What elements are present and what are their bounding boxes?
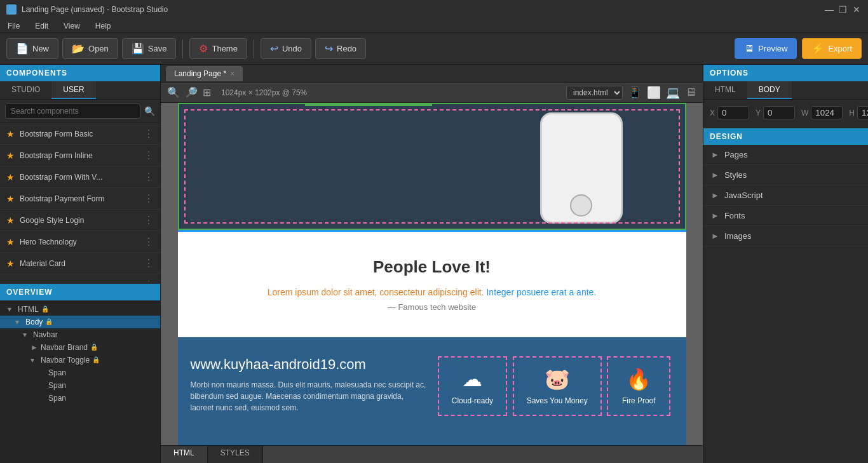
design-item-styles[interactable]: ► Styles: [703, 165, 868, 185]
component-item-bootstrap-payment-form[interactable]: ★ Bootstrap Payment Form ⋮: [0, 188, 160, 210]
phone-home-button: [570, 194, 592, 217]
overview-header: OVERVIEW: [0, 284, 160, 300]
component-label: Hero Technology: [20, 238, 139, 246]
preview-button[interactable]: 🖥 Preview: [735, 38, 797, 59]
tree-navbar-brand-label: Navbar Brand: [41, 343, 88, 352]
more-icon[interactable]: ⋮: [144, 236, 154, 248]
save-label: Save: [148, 44, 167, 53]
h-input[interactable]: [857, 106, 868, 119]
feature-fire-proof: 🔥 Fire Proof: [607, 356, 670, 416]
chevron-right-icon: ►: [711, 191, 719, 200]
export-label: Export: [828, 44, 852, 53]
redo-icon: ↪: [325, 43, 333, 55]
search-input[interactable]: [5, 104, 140, 119]
tree-span-3[interactable]: Span: [0, 392, 160, 405]
options-tab-html[interactable]: HTML: [703, 81, 747, 99]
fire-icon: 🔥: [621, 367, 656, 391]
save-button[interactable]: 💾 Save: [122, 38, 177, 59]
center-panel: Landing Page * × 🔍 🔎 ⊞ 1024px × 1202px @…: [161, 65, 703, 463]
design-pages-label: Pages: [724, 150, 748, 159]
undo-label: Undo: [282, 44, 302, 53]
component-item-bootstrap-form-inline[interactable]: ★ Bootstrap Form Inline ⋮: [0, 145, 160, 166]
w-input[interactable]: [811, 106, 843, 119]
close-tab-icon[interactable]: ×: [230, 69, 234, 78]
theme-icon: ⚙: [199, 43, 208, 55]
menu-file[interactable]: File: [5, 20, 22, 32]
component-item-google-style-login[interactable]: ★ Google Style Login ⋮: [0, 210, 160, 231]
y-input[interactable]: [763, 106, 795, 119]
page-tab-landing[interactable]: Landing Page * ×: [166, 66, 243, 81]
coord-x: X: [710, 106, 749, 119]
cloud-label: Cloud-ready: [452, 396, 493, 405]
design-item-pages[interactable]: ► Pages: [703, 145, 868, 165]
more-icon[interactable]: ⋮: [144, 171, 154, 183]
more-icon[interactable]: ⋮: [144, 214, 154, 226]
export-icon: ⚡: [811, 43, 824, 55]
device-laptop-icon[interactable]: 💻: [666, 86, 680, 100]
new-button[interactable]: 📄 New: [6, 38, 58, 59]
bottom-tab-styles[interactable]: STYLES: [208, 446, 263, 463]
x-input[interactable]: [717, 106, 749, 119]
tab-studio[interactable]: STUDIO: [0, 81, 51, 99]
options-tab-body[interactable]: BODY: [747, 81, 792, 99]
more-icon[interactable]: ⋮: [144, 279, 154, 281]
export-button[interactable]: ⚡ Export: [802, 38, 862, 59]
maximize-button[interactable]: ❐: [839, 5, 848, 14]
tree-navbar-toggle-label: Navbar Toggle: [41, 356, 90, 365]
more-icon[interactable]: ⋮: [144, 149, 154, 161]
design-item-images[interactable]: ► Images: [703, 226, 868, 246]
options-header: OPTIONS: [703, 65, 868, 81]
component-label: Google Style Login: [20, 216, 139, 225]
tree-html-label: HTML: [18, 305, 39, 314]
tree-body[interactable]: ▾ Body 🔒: [0, 316, 160, 328]
undo-button[interactable]: ↩ Undo: [261, 38, 311, 59]
tree-span-2[interactable]: Span: [0, 379, 160, 392]
redo-button[interactable]: ↪ Redo: [315, 38, 366, 59]
theme-button[interactable]: ⚙ Theme: [189, 38, 247, 59]
tree-navbar-brand[interactable]: ► Navbar Brand 🔒: [0, 341, 160, 354]
zoom-out-icon[interactable]: 🔎: [185, 86, 198, 98]
cloud-icon: ☁: [452, 367, 493, 391]
device-desktop-icon[interactable]: 🖥: [685, 86, 696, 99]
component-item-mockup-iphone-6[interactable]: ★ Mockup iPhone 6 ⋮: [0, 274, 160, 281]
canvas-toolbar: 🔍 🔎 ⊞ 1024px × 1202px @ 75% index.html 📱…: [161, 83, 703, 103]
device-tablet-icon[interactable]: ⬜: [647, 86, 661, 100]
redo-label: Redo: [337, 44, 356, 53]
device-mobile-icon[interactable]: 📱: [628, 86, 642, 100]
more-icon[interactable]: ⋮: [144, 128, 154, 140]
tree-navbar-toggle[interactable]: ▾ Navbar Toggle 🔒: [0, 354, 160, 366]
testimonial-author: — Famous tech website: [191, 302, 674, 312]
component-label: Material Card: [20, 259, 139, 268]
minimize-button[interactable]: —: [825, 5, 834, 14]
component-item-bootstrap-form-with-v[interactable]: ★ Bootstrap Form With V... ⋮: [0, 166, 160, 188]
app-icon: [6, 4, 17, 15]
page-tab-label: Landing Page *: [174, 69, 226, 78]
menu-edit[interactable]: Edit: [32, 20, 51, 32]
tab-user[interactable]: USER: [51, 81, 95, 99]
bottom-tab-html[interactable]: HTML: [161, 446, 208, 463]
menu-view[interactable]: View: [61, 20, 83, 32]
menu-help[interactable]: Help: [93, 20, 114, 32]
component-item-material-card[interactable]: ★ Material Card ⋮: [0, 253, 160, 274]
open-button[interactable]: 📂 Open: [62, 38, 118, 59]
grid-icon[interactable]: ⊞: [203, 86, 211, 98]
tree-html[interactable]: ▾ HTML 🔒: [0, 303, 160, 316]
design-item-javascript[interactable]: ► JavaScript: [703, 185, 868, 206]
tree-navbar[interactable]: ▾ Navbar: [0, 328, 160, 341]
close-button[interactable]: ✕: [853, 5, 862, 14]
star-icon: ★: [6, 280, 15, 281]
tree-span-1[interactable]: Span: [0, 366, 160, 379]
design-item-fonts[interactable]: ► Fonts: [703, 206, 868, 226]
new-label: New: [32, 44, 49, 53]
html-file-select[interactable]: index.html: [566, 86, 623, 100]
zoom-in-icon[interactable]: 🔍: [167, 86, 180, 98]
open-label: Open: [88, 44, 109, 53]
canvas-size-label: 1024px × 1202px @ 75%: [221, 88, 307, 97]
more-icon[interactable]: ⋮: [144, 257, 154, 269]
component-item-bootstrap-form-basic[interactable]: ★ Bootstrap Form Basic ⋮: [0, 123, 160, 145]
undo-icon: ↩: [270, 43, 278, 55]
more-icon[interactable]: ⋮: [144, 192, 154, 205]
features-section: www.kuyhaa-android19.com Morbi non mauri…: [178, 337, 686, 445]
quote-blue-text: Integer posuere erat a ante.: [486, 287, 596, 297]
component-item-hero-technology[interactable]: ★ Hero Technology ⋮: [0, 231, 160, 253]
